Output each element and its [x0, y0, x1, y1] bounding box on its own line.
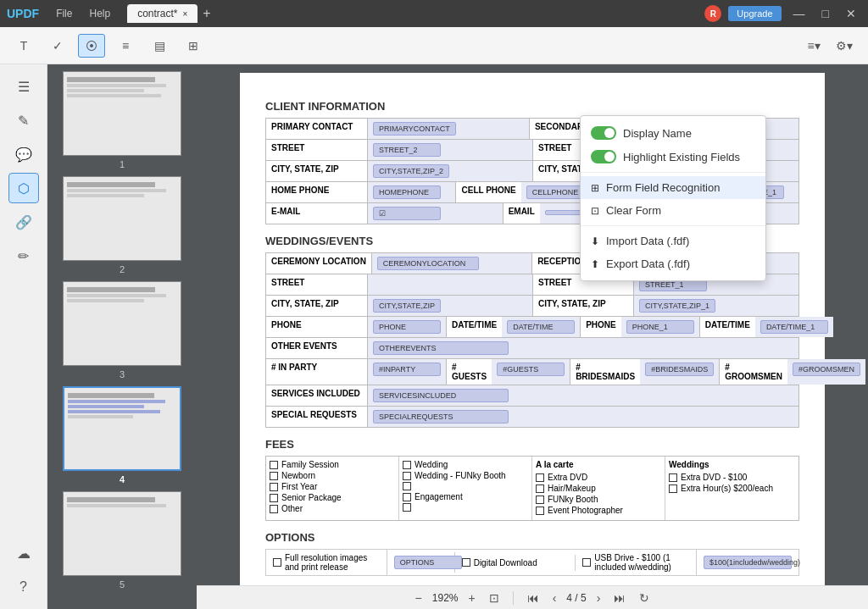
- prev-page-button[interactable]: ‹: [549, 590, 560, 606]
- checkbox-empty-2[interactable]: [403, 503, 411, 512]
- phone-field-2[interactable]: PHONE_1: [626, 320, 694, 334]
- options-field[interactable]: OPTIONS: [394, 556, 462, 569]
- thumbnail-4[interactable]: 4: [54, 386, 190, 484]
- tool-radio[interactable]: ⦿: [78, 34, 105, 58]
- guests-label: # GUESTS: [446, 359, 492, 385]
- thumbnail-2[interactable]: 2: [54, 176, 190, 274]
- primary-contact-field[interactable]: PRIMARYCONTACT: [373, 122, 456, 136]
- checkbox-senior[interactable]: [270, 494, 278, 502]
- sidebar-btn-link[interactable]: 🔗: [8, 207, 39, 237]
- tool-checkbox[interactable]: ✓: [44, 34, 71, 58]
- checkbox-full-res[interactable]: [273, 558, 281, 567]
- checkbox-extra-hours[interactable]: [669, 484, 677, 493]
- new-tab-button[interactable]: +: [198, 6, 215, 21]
- email-icon[interactable]: ☑: [373, 207, 441, 220]
- home-phone-value: HOMEPHONE: [368, 182, 455, 202]
- thumb-img-5: [63, 491, 181, 576]
- zoom-out-button[interactable]: −: [412, 590, 426, 606]
- phone-field-1[interactable]: PHONE: [373, 320, 441, 334]
- option3-field[interactable]: $100(1includedw/wedding): [704, 556, 792, 569]
- groomsmen-field[interactable]: #GROOMSMEN: [793, 363, 860, 376]
- checkbox-extra-dvd[interactable]: [536, 473, 544, 482]
- dropdown-divider-2: [581, 225, 765, 226]
- sidebar-btn-help[interactable]: ?: [8, 572, 39, 602]
- checkbox-newborn[interactable]: [270, 472, 278, 480]
- datetime-field-2[interactable]: DATE/TIME_1: [760, 320, 828, 334]
- services-included-field[interactable]: SERVICESINCLUDED: [373, 389, 509, 402]
- fit-page-button[interactable]: ⊡: [486, 590, 503, 606]
- tool-text[interactable]: T: [10, 34, 37, 58]
- minimize-button[interactable]: —: [788, 5, 810, 22]
- menu-file[interactable]: File: [49, 6, 79, 21]
- checkbox-wedding[interactable]: [403, 461, 411, 469]
- sidebar-btn-comment[interactable]: 💬: [8, 139, 39, 169]
- fee-label-wedding: Wedding: [415, 460, 448, 469]
- toolbar: T ✓ ⦿ ≡ ▤ ⊞ ≡▾ ⚙▾: [0, 27, 868, 64]
- sidebar-btn-menu[interactable]: ☰: [8, 71, 39, 102]
- tool-table[interactable]: ▤: [146, 34, 173, 58]
- menu-help[interactable]: Help: [82, 6, 117, 21]
- street-field-1[interactable]: STREET_2: [373, 143, 441, 157]
- tab-contract[interactable]: contract* ×: [127, 4, 198, 23]
- dropdown-display-name[interactable]: Display Name: [581, 121, 765, 145]
- dropdown-form-field-recognition[interactable]: ⊞ Form Field Recognition: [581, 176, 765, 199]
- window-controls: R Upgrade — □ ✕: [704, 5, 861, 22]
- fees-col-1: Family Session Newborn First Year Senior…: [266, 457, 399, 520]
- bridesmaids-value: #BRIDESMAIDS: [640, 359, 719, 385]
- sidebar-btn-form[interactable]: ⬡: [8, 173, 39, 203]
- next-page-button[interactable]: ›: [593, 590, 604, 606]
- ceremony-location-field[interactable]: CEREMONYLOCATION: [377, 257, 479, 270]
- sidebar-btn-edit[interactable]: ✎: [8, 105, 39, 136]
- tool-settings-button[interactable]: ⚙▾: [831, 34, 858, 58]
- last-page-button[interactable]: ⏭: [610, 590, 629, 606]
- checkbox-wedding-funky[interactable]: [403, 472, 411, 480]
- tool-grid[interactable]: ⊞: [180, 34, 207, 58]
- checkbox-digital-download[interactable]: [462, 558, 470, 567]
- zoom-in-button[interactable]: +: [465, 590, 479, 606]
- in-party-field[interactable]: #INPARTY: [373, 363, 441, 376]
- checkbox-empty-1[interactable]: [403, 482, 411, 490]
- fee-label-extra-dvd: Extra DVD: [548, 473, 587, 482]
- sidebar-btn-cloud[interactable]: ☁: [8, 538, 39, 568]
- city-field-1[interactable]: CITY,STATE,ZIP_2: [373, 164, 449, 178]
- dropdown-clear-form[interactable]: ⊡ Clear Form: [581, 199, 765, 222]
- guests-field[interactable]: #GUESTS: [497, 363, 565, 376]
- tool-list[interactable]: ≡: [112, 34, 139, 58]
- special-requests-field[interactable]: SPECIALREQUESTS: [373, 410, 509, 424]
- checkbox-funky-booth[interactable]: [536, 496, 544, 504]
- checkbox-other[interactable]: [270, 505, 278, 513]
- bridesmaids-field[interactable]: #BRIDESMAIDS: [645, 363, 714, 376]
- tool-menu-button[interactable]: ≡▾: [800, 34, 827, 58]
- checkbox-usb-drive[interactable]: [582, 558, 591, 567]
- close-button[interactable]: ✕: [841, 5, 861, 22]
- maximize-button[interactable]: □: [817, 5, 834, 22]
- checkbox-engagement[interactable]: [403, 493, 411, 501]
- in-party-value: #INPARTY: [368, 359, 446, 385]
- dropdown-highlight-fields[interactable]: Highlight Existing Fields: [581, 145, 765, 169]
- fee-item-empty-1: [403, 482, 528, 490]
- checkbox-event-photographer[interactable]: [536, 507, 544, 515]
- toggle-display-name[interactable]: [591, 126, 616, 140]
- rotate-button[interactable]: ↻: [636, 590, 653, 606]
- other-events-field[interactable]: OTHEREVENTS: [373, 341, 509, 355]
- dropdown-import-data[interactable]: ⬇ Import Data (.fdf): [581, 230, 765, 252]
- thumbnail-3[interactable]: 3: [54, 281, 190, 379]
- dropdown-export-data[interactable]: ⬆ Export Data (.fdf): [581, 252, 765, 275]
- checkbox-first-year[interactable]: [270, 483, 278, 491]
- content-area[interactable]: CLIENT INFORMATION PRIMARY CONTACT PRIMA…: [197, 64, 868, 609]
- upgrade-button[interactable]: Upgrade: [728, 6, 781, 21]
- city-field-3[interactable]: CITY,STATE,ZIP: [373, 299, 441, 313]
- sidebar-btn-sign[interactable]: ✏: [8, 241, 39, 271]
- tab-close-button[interactable]: ×: [183, 9, 188, 19]
- home-phone-field[interactable]: HOMEPHONE: [373, 185, 441, 199]
- thumbnail-5[interactable]: 5: [54, 491, 190, 590]
- first-page-button[interactable]: ⏮: [524, 590, 542, 606]
- toggle-highlight-fields[interactable]: [591, 150, 616, 163]
- option3-label: USB Drive - $100 (1 included w/wedding): [594, 553, 689, 572]
- thumbnail-1[interactable]: 1: [54, 71, 190, 169]
- city-field-4[interactable]: CITY,STATE,ZIP_1: [639, 299, 715, 313]
- checkbox-weddings-dvd[interactable]: [669, 473, 677, 482]
- datetime-field-1[interactable]: DATE/TIME: [507, 320, 575, 334]
- checkbox-family[interactable]: [270, 461, 278, 469]
- checkbox-hair-makeup[interactable]: [536, 484, 544, 493]
